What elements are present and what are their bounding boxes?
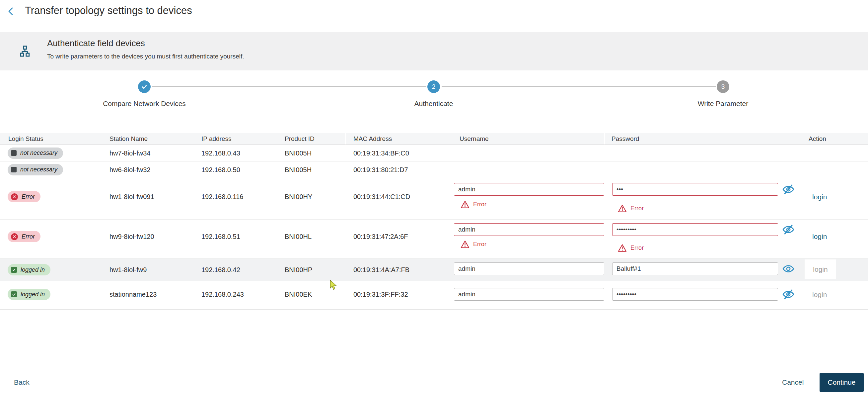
status-badge-error: Error <box>8 191 40 202</box>
login-link-disabled: login <box>812 291 827 299</box>
step-1-completed-check-icon[interactable] <box>138 80 151 93</box>
mac-address: 00:19:31:80:21:D7 <box>353 166 408 173</box>
step-2-badge[interactable]: 2 <box>427 80 440 93</box>
banner-subtitle: To write parameters to the devices you m… <box>47 53 244 60</box>
table-row: Error hw1-8iol-fw091 192.168.0.116 BNI00… <box>0 178 868 220</box>
info-banner: Authenticate field devices To write para… <box>0 32 868 70</box>
square-icon <box>11 167 17 172</box>
login-button-disabled-bg: login <box>805 259 836 279</box>
status-label: logged in <box>21 291 45 298</box>
ip-address: 192.168.0.43 <box>202 149 240 157</box>
station-name: hw1-8iol-fw091 <box>110 193 154 201</box>
username-input[interactable] <box>454 288 604 301</box>
error-text: Error <box>473 241 487 248</box>
banner-title: Authenticate field devices <box>47 38 145 49</box>
product-id: BNI005H <box>285 166 312 173</box>
station-name: stationname123 <box>110 291 157 298</box>
password-input[interactable] <box>612 288 778 301</box>
warning-triangle-icon <box>618 204 627 212</box>
step-connector <box>152 86 426 87</box>
back-chevron-icon[interactable] <box>5 6 17 17</box>
password-input[interactable] <box>612 183 778 196</box>
square-icon <box>11 150 17 156</box>
table-row: logged in stationname123 192.168.0.243 B… <box>0 281 868 310</box>
mac-address: 00:19:31:3F:FF:32 <box>353 291 408 298</box>
error-circle-x-icon <box>11 233 18 240</box>
username-error: Error <box>461 200 487 209</box>
error-circle-x-icon <box>11 193 18 200</box>
status-badge: not necessary <box>8 147 63 159</box>
product-id: BNI00HL <box>285 233 312 240</box>
mac-address: 00:19:31:4A:A7:FB <box>353 266 409 274</box>
password-input[interactable] <box>612 223 778 236</box>
station-name: hw9-8iol-fw120 <box>110 233 154 240</box>
topology-icon <box>19 45 31 57</box>
ip-address: 192.168.0.50 <box>202 166 240 173</box>
col-action: Action <box>809 135 826 143</box>
username-error: Error <box>461 240 487 249</box>
status-label: Error <box>22 233 35 240</box>
station-name: hw6-8iol-fw32 <box>110 166 150 173</box>
product-id: BNI00EK <box>285 291 312 298</box>
step-2-label: Authenticate <box>414 100 453 108</box>
login-link[interactable]: login <box>812 232 827 240</box>
ip-address: 192.168.0.42 <box>202 266 240 274</box>
col-username: Username <box>460 135 489 143</box>
station-name: hw1-8iol-fw9 <box>110 266 147 274</box>
ip-address: 192.168.0.116 <box>202 193 243 201</box>
eye-icon[interactable] <box>782 262 795 276</box>
check-square-icon <box>11 291 17 297</box>
status-label: not necessary <box>20 166 57 173</box>
ip-address: 192.168.0.51 <box>202 233 240 240</box>
back-button[interactable]: Back <box>14 378 30 386</box>
username-input[interactable] <box>454 223 604 236</box>
product-id: BNI00HP <box>285 266 312 274</box>
mac-address: 00:19:31:34:BF:C0 <box>353 149 409 157</box>
error-text: Error <box>630 205 644 212</box>
table-row: Error hw9-8iol-fw120 192.168.0.51 BNI00H… <box>0 220 868 258</box>
col-mac-address: MAC Address <box>353 135 392 143</box>
cancel-button[interactable]: Cancel <box>782 378 804 386</box>
error-text: Error <box>630 245 644 252</box>
password-input[interactable] <box>612 262 778 275</box>
status-label: not necessary <box>20 149 57 157</box>
step-3-label: Write Parameter <box>698 100 749 108</box>
warning-triangle-icon <box>618 244 627 252</box>
login-link-disabled: login <box>813 265 828 274</box>
eye-off-icon[interactable] <box>782 223 795 236</box>
ip-address: 192.168.0.243 <box>202 291 244 298</box>
username-input[interactable] <box>454 183 604 196</box>
step-connector <box>442 86 716 87</box>
password-error: Error <box>618 244 644 252</box>
table-row: not necessary hw6-8iol-fw32 192.168.0.50… <box>0 162 868 178</box>
table-row: logged in hw1-8iol-fw9 192.168.0.42 BNI0… <box>0 258 868 281</box>
transfer-topology-page: Transfer topology settings to devices Au… <box>0 0 868 397</box>
status-badge: not necessary <box>8 164 63 175</box>
col-product-id: Product ID <box>285 135 315 143</box>
title-bar: Transfer topology settings to devices <box>0 0 868 32</box>
table-row: not necessary hw7-8iol-fw34 192.168.0.43… <box>0 145 868 162</box>
product-id: BNI005H <box>285 149 312 157</box>
warning-triangle-icon <box>461 200 469 209</box>
col-station-name: Station Name <box>110 135 148 143</box>
col-ip-address: IP address <box>202 135 231 143</box>
station-name: hw7-8iol-fw34 <box>110 149 150 157</box>
warning-triangle-icon <box>461 240 469 249</box>
eye-off-icon[interactable] <box>782 288 795 301</box>
login-link[interactable]: login <box>812 193 827 201</box>
check-square-icon <box>11 267 17 273</box>
col-login-status: Login Status <box>8 135 43 143</box>
error-text: Error <box>473 201 487 208</box>
page-title: Transfer topology settings to devices <box>25 5 192 17</box>
password-error: Error <box>618 204 644 212</box>
status-badge-success: logged in <box>8 264 51 276</box>
eye-off-icon[interactable] <box>782 183 795 196</box>
header-divider <box>345 133 346 144</box>
status-label: Error <box>22 193 35 200</box>
continue-button[interactable]: Continue <box>819 373 864 392</box>
username-input[interactable] <box>454 262 604 275</box>
step-1-label: Compare Network Devices <box>103 100 186 108</box>
table-header: Login Status Station Name IP address Pro… <box>0 133 868 145</box>
wizard-stepper: 2 3 Compare Network Devices Authenticate… <box>0 70 868 133</box>
status-badge-error: Error <box>8 231 40 242</box>
